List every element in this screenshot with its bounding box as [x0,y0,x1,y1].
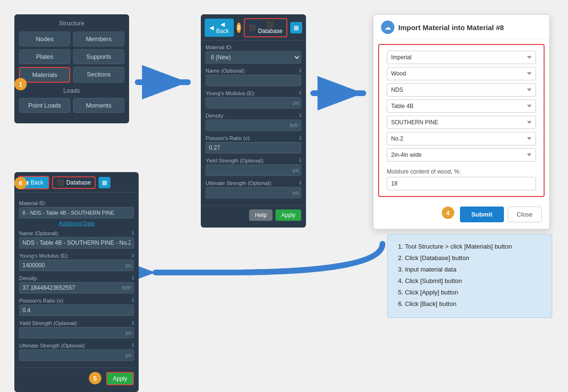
badge-4: 4 [442,207,454,219]
grid-view-button-filled[interactable]: ▦ [98,177,110,188]
skyciv-icon: ☁ [381,21,394,34]
ultimate-unit-top: psi [293,190,299,196]
import-title: Import Material into Material #8 [398,23,504,32]
ultimate-unit-filled: psi [125,353,131,358]
density-input-top[interactable] [206,120,301,131]
name-input-filled[interactable] [19,237,134,249]
grid-icon: ▦ [294,24,299,31]
yield-input-filled[interactable] [19,327,134,338]
ultimate-info-filled-icon[interactable]: ℹ [132,342,134,348]
youngs-info-filled-icon[interactable]: ℹ [132,252,134,259]
sections-button[interactable]: Sections [73,67,124,83]
back-filled-label: Back [31,179,44,186]
instructions-list: Tool Structure > click [Materials] butto… [396,241,543,310]
database-filled-label: Database [66,179,91,186]
youngs-input-top[interactable] [206,97,301,109]
material-id-select-top[interactable]: 8 (New) [206,51,301,64]
additional-data-link[interactable]: Additional Data [19,220,134,226]
poissons-info-icon[interactable]: ℹ [299,135,301,141]
instruction-item-5: Click [Apply] button [405,287,543,298]
density-unit-filled: lb/ft³ [122,285,131,291]
cloud-glyph: ☁ [384,23,391,31]
instruction-item-4: Click [Submit] button [405,276,543,286]
ultimate-info-icon[interactable]: ℹ [299,180,301,186]
name-label-top: Name (Optional): ℹ [206,67,301,74]
material-id-select-filled[interactable]: 8 - NDS - Table 4B - SOUTHERN PINE [19,207,134,218]
poissons-input-top[interactable] [206,142,301,153]
members-button[interactable]: Members [73,32,124,46]
structure-panel: Structure Nodes Members Plates Supports … [14,14,129,123]
moments-button[interactable]: Moments [73,98,124,113]
youngs-label-filled: Young's Modulus (E): ℹ [19,252,134,259]
instruction-item-6: Click [Back] button [405,299,543,309]
apply-button-filled[interactable]: Apply [106,372,134,385]
density-unit-top: lb/ft³ [290,123,299,128]
apply-button-top[interactable]: Apply [275,209,301,221]
instruction-item-2: Click [Database] button [405,253,543,263]
yield-label-top: Yield Strength (Optional): ℹ [206,157,301,163]
moisture-label: Moisture content of wood, %: [387,168,536,175]
ultimate-input-top[interactable] [206,187,301,198]
moisture-input[interactable] [387,177,536,190]
instruction-item-3: Input material data [405,264,543,275]
supports-button[interactable]: Supports [73,49,124,64]
help-button-top[interactable]: Help [249,209,273,221]
yield-info-filled-icon[interactable]: ℹ [132,320,134,326]
badge-5: 5 [89,372,101,384]
southern-pine-select[interactable]: SOUTHERN PINE [387,116,536,129]
youngs-label-top: Young's Modulus (E): ℹ [206,90,301,96]
instruction-item-1: Tool Structure > click [Materials] butto… [405,241,543,252]
size-select[interactable]: 2in-4in wide [387,148,536,162]
grid-view-button-top[interactable]: ▦ [290,22,302,33]
material-id-label-filled: Material ID: [19,200,134,206]
database-label: ⬛ Database [258,21,283,34]
material-id-label-top: Material ID: [206,44,301,50]
yield-unit-filled: psi [125,330,131,336]
arrow-down-left [148,234,387,287]
name-label-filled: Name (Optional): ℹ [19,230,134,236]
materials-button[interactable]: Materials [19,67,70,83]
youngs-input-filled[interactable] [19,260,134,271]
yield-unit-top: psi [293,168,299,173]
database-icon: ⬛ [249,24,256,31]
plates-button[interactable]: Plates [19,49,70,64]
ultimate-input-filled[interactable] [19,349,134,361]
name-info-filled-icon[interactable]: ℹ [132,230,134,236]
loads-section-title: Loads [19,87,124,94]
back-button-top[interactable]: ◀ ◀ Back [205,19,234,37]
name-info-icon[interactable]: ℹ [299,67,301,74]
table4b-select[interactable]: Table 4B [387,99,536,113]
arrow-right-1 [133,73,195,92]
point-loads-button[interactable]: Point Loads [19,98,70,113]
imperial-select[interactable]: Imperial [387,51,536,64]
density-input-filled[interactable] [19,282,134,294]
database-button-top[interactable]: ⬛ ⬛ Database [244,18,287,37]
arrow-right-2 [308,84,371,103]
nds-select[interactable]: NDS [387,83,536,97]
submit-button[interactable]: Submit [460,207,504,222]
youngs-info-icon[interactable]: ℹ [299,90,301,96]
poissons-label-filled: Poisson's Ratio (v): ℹ [19,297,134,304]
database-button-filled[interactable]: ⬛ Database [52,176,96,189]
yield-info-icon[interactable]: ℹ [299,157,301,163]
database-filled-icon: ⬛ [57,179,64,186]
import-dialog: ☁ Import Material into Material #8 3 Imp… [373,14,550,229]
nodes-button[interactable]: Nodes [19,32,70,46]
structure-section-title: Structure [19,20,124,27]
poissons-input-filled[interactable] [19,305,134,316]
grid-filled-icon: ▦ [102,179,107,186]
density-label-filled: Density: ℹ [19,275,134,281]
yield-input-top[interactable] [206,164,301,176]
badge-2: 2 [237,22,241,33]
density-label-top: Density: ℹ [206,112,301,119]
wood-select[interactable]: Wood [387,67,536,80]
badge-1: 1 [14,78,27,90]
back-label: ◀ Back [216,21,229,34]
close-button[interactable]: Close [508,207,542,222]
density-info-filled-icon[interactable]: ℹ [132,275,134,281]
instructions-box: Tool Structure > click [Materials] butto… [387,234,552,318]
name-input-top[interactable] [206,75,301,86]
poissons-info-filled-icon[interactable]: ℹ [132,297,134,304]
grade-select[interactable]: No.2 [387,132,536,145]
density-info-icon[interactable]: ℹ [299,112,301,119]
